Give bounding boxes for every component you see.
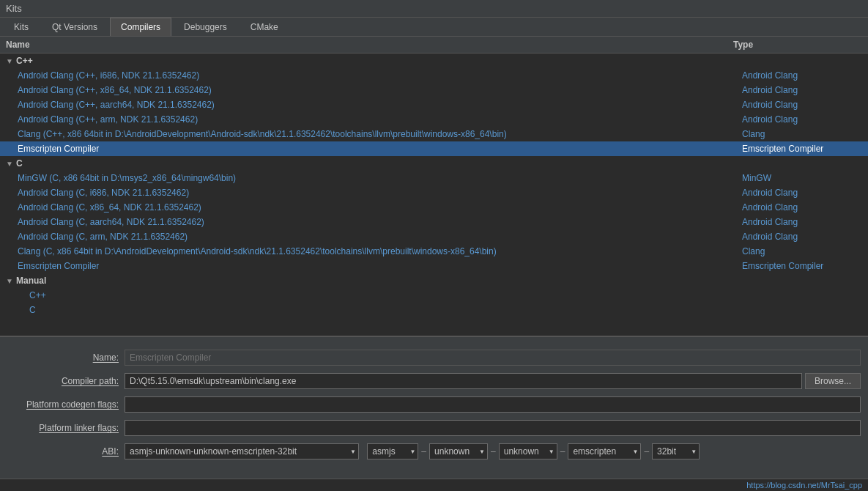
abi-sep2: –	[421, 446, 426, 457]
compiler-type: Clang	[736, 246, 868, 256]
abi-env-select[interactable]: emscripten	[568, 443, 641, 459]
platform-codegen-row: Platform codegen flags:	[0, 393, 868, 416]
list-item[interactable]: C++	[0, 288, 868, 303]
compiler-type: Emscripten Compiler	[736, 261, 868, 271]
expand-icon-manual: ▼	[6, 277, 13, 285]
abi-bits-wrapper: 32bit	[652, 443, 700, 459]
list-item[interactable]: Android Clang (C, arm, NDK 21.1.6352462)…	[0, 229, 868, 244]
tab-qt-versions[interactable]: Qt Versions	[41, 18, 108, 36]
abi-os2-select[interactable]: unknown	[499, 443, 557, 459]
list-item[interactable]: Android Clang (C++, x86_64, NDK 21.1.635…	[0, 83, 868, 97]
window-title: Kits	[6, 3, 22, 14]
list-item[interactable]: Android Clang (C, x86_64, NDK 21.1.63524…	[0, 200, 868, 215]
name-row: Name:	[0, 346, 868, 369]
list-item[interactable]: Android Clang (C, i686, NDK 21.1.6352462…	[0, 185, 868, 200]
status-bar: https://blog.csdn.net/MrTsai_cpp	[0, 479, 868, 491]
compiler-name: Android Clang (C++, x86_64, NDK 21.1.635…	[0, 85, 736, 95]
tab-cmake[interactable]: CMake	[240, 18, 289, 36]
details-panel: Name: Compiler path: Browse... Platform …	[0, 336, 868, 479]
abi-os1-wrapper: unknown	[429, 443, 488, 459]
compiler-name: Android Clang (C, i686, NDK 21.1.6352462…	[0, 188, 736, 198]
list-item[interactable]: MinGW (C, x86 64bit in D:\msys2_x86_64\m…	[0, 171, 868, 185]
compiler-type: Android Clang	[736, 217, 868, 227]
browse-button[interactable]: Browse...	[805, 373, 861, 389]
compiler-type: Android Clang	[736, 232, 868, 242]
group-manual: ▼ Manual C++ C	[0, 273, 868, 317]
list-item[interactable]: Android Clang (C++, aarch64, NDK 21.1.63…	[0, 97, 868, 112]
main-content: Name Type ▼ C++ Android Clang (C++, i686…	[0, 37, 868, 491]
tab-kits[interactable]: Kits	[3, 18, 40, 36]
list-item[interactable]: Clang (C++, x86 64bit in D:\AndroidDevel…	[0, 127, 868, 141]
name-label: Name:	[7, 352, 125, 363]
compiler-name: MinGW (C, x86 64bit in D:\msys2_x86_64\m…	[0, 173, 736, 183]
compiler-type: Android Clang	[736, 188, 868, 198]
title-bar: Kits	[0, 0, 868, 18]
compiler-type: MinGW	[736, 173, 868, 183]
compiler-name: Android Clang (C, x86_64, NDK 21.1.63524…	[0, 202, 736, 213]
abi-label: ABI:	[7, 446, 125, 457]
compiler-type: Emscripten Compiler	[736, 144, 868, 154]
name-input[interactable]	[125, 350, 861, 366]
group-c: ▼ C MinGW (C, x86 64bit in D:\msys2_x86_…	[0, 156, 868, 273]
compiler-name: Android Clang (C++, i686, NDK 21.1.63524…	[0, 70, 736, 81]
compiler-path-label: Compiler path:	[7, 376, 125, 386]
compiler-type: Clang	[736, 129, 868, 139]
compiler-name: Emscripten Compiler	[0, 144, 736, 154]
group-cpp: ▼ C++ Android Clang (C++, i686, NDK 21.1…	[0, 53, 868, 156]
abi-sep4: –	[560, 446, 565, 457]
list-item[interactable]: Emscripten Compiler Emscripten Compiler	[0, 141, 868, 156]
abi-env-wrapper: emscripten	[568, 443, 641, 459]
col-name-header: Name	[0, 37, 727, 53]
list-item[interactable]: Android Clang (C, aarch64, NDK 21.1.6352…	[0, 215, 868, 229]
compiler-name: C++	[0, 290, 736, 300]
compiler-type: Android Clang	[736, 114, 868, 125]
tab-debuggers[interactable]: Debuggers	[173, 18, 238, 36]
group-manual-header[interactable]: ▼ Manual	[0, 273, 868, 288]
table-header: Name Type	[0, 37, 868, 53]
compiler-name: Android Clang (C++, aarch64, NDK 21.1.63…	[0, 100, 736, 110]
compiler-type: Android Clang	[736, 70, 868, 81]
abi-arch-wrapper: asmjs	[367, 443, 418, 459]
compiler-table[interactable]: Name Type ▼ C++ Android Clang (C++, i686…	[0, 37, 868, 336]
abi-bits-select[interactable]: 32bit	[652, 443, 700, 459]
group-manual-label: Manual	[16, 276, 46, 286]
abi-main-wrapper: asmjs-unknown-unknown-emscripten-32bit	[125, 443, 359, 459]
abi-sep3: –	[491, 446, 496, 457]
list-item[interactable]: Clang (C, x86 64bit in D:\AndroidDevelop…	[0, 244, 868, 259]
tab-compilers[interactable]: Compilers	[110, 18, 171, 36]
list-item[interactable]: Emscripten Compiler Emscripten Compiler	[0, 259, 868, 273]
group-cpp-label: C++	[16, 56, 33, 66]
list-item[interactable]: Android Clang (C++, i686, NDK 21.1.63524…	[0, 68, 868, 83]
compiler-name: Android Clang (C, arm, NDK 21.1.6352462)	[0, 232, 736, 242]
compiler-name: Emscripten Compiler	[0, 261, 736, 271]
group-cpp-header[interactable]: ▼ C++	[0, 53, 868, 68]
col-type-header: Type	[727, 37, 859, 53]
compiler-type: Android Clang	[736, 85, 868, 95]
abi-arch-select[interactable]: asmjs	[367, 443, 418, 459]
compiler-path-input[interactable]	[125, 373, 802, 389]
platform-linker-input[interactable]	[125, 420, 861, 436]
compiler-name: Clang (C++, x86 64bit in D:\AndroidDevel…	[0, 129, 736, 139]
compiler-list-container: Name Type ▼ C++ Android Clang (C++, i686…	[0, 37, 868, 336]
platform-codegen-input[interactable]	[125, 396, 861, 413]
platform-linker-label: Platform linker flags:	[7, 423, 125, 433]
platform-linker-row: Platform linker flags:	[0, 416, 868, 440]
expand-icon-cpp: ▼	[6, 57, 13, 65]
compiler-name: Clang (C, x86 64bit in D:\AndroidDevelop…	[0, 246, 736, 256]
abi-sep5: –	[644, 446, 649, 457]
compiler-name: Android Clang (C++, arm, NDK 21.1.635246…	[0, 114, 736, 125]
compiler-path-row: Compiler path: Browse...	[0, 369, 868, 393]
list-item[interactable]: C	[0, 303, 868, 317]
abi-sep1	[362, 446, 364, 457]
group-c-header[interactable]: ▼ C	[0, 156, 868, 171]
status-url: https://blog.csdn.net/MrTsai_cpp	[746, 481, 862, 490]
platform-codegen-label: Platform codegen flags:	[7, 399, 125, 410]
abi-os1-select[interactable]: unknown	[429, 443, 488, 459]
list-item[interactable]: Android Clang (C++, arm, NDK 21.1.635246…	[0, 112, 868, 127]
compiler-name: Android Clang (C, aarch64, NDK 21.1.6352…	[0, 217, 736, 227]
expand-icon-c: ▼	[6, 160, 13, 168]
compiler-type: Android Clang	[736, 100, 868, 110]
abi-main-select[interactable]: asmjs-unknown-unknown-emscripten-32bit	[125, 443, 359, 459]
tab-bar: Kits Qt Versions Compilers Debuggers CMa…	[0, 18, 868, 37]
compiler-type: Android Clang	[736, 202, 868, 213]
